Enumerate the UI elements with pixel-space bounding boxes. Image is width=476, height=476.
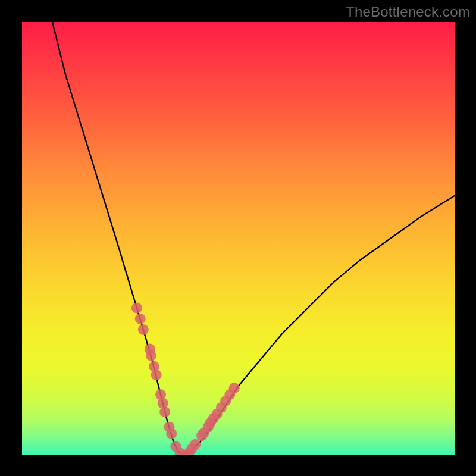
marker-dot xyxy=(131,303,142,314)
bottleneck-curve xyxy=(52,22,455,455)
marker-dot xyxy=(146,350,156,361)
watermark-text: TheBottleneck.com xyxy=(346,4,470,20)
chart-frame: TheBottleneck.com xyxy=(0,0,476,476)
marker-dot xyxy=(229,383,240,393)
chart-svg xyxy=(22,22,455,455)
marker-dot xyxy=(166,428,177,439)
marker-dot xyxy=(190,439,201,450)
marker-dot xyxy=(135,314,146,324)
marker-dot xyxy=(138,324,149,335)
plot-area xyxy=(22,22,455,455)
marker-dot xyxy=(151,369,162,380)
marker-dot xyxy=(159,406,170,417)
highlight-markers xyxy=(131,303,240,456)
